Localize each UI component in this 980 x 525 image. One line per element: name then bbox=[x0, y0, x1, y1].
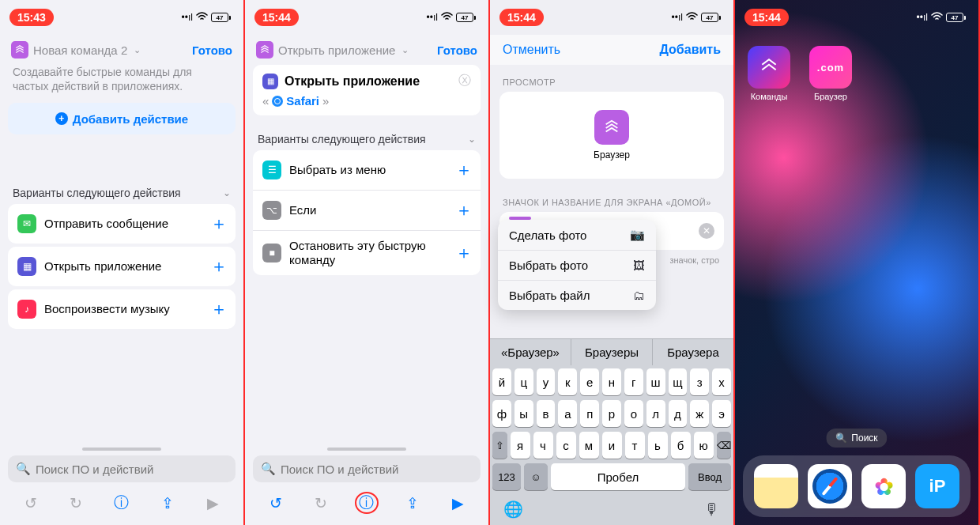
add-icon[interactable]: ＋ bbox=[210, 212, 226, 236]
key-х[interactable]: х bbox=[712, 368, 731, 395]
key-ч[interactable]: ч bbox=[533, 432, 553, 459]
key-у[interactable]: у bbox=[537, 368, 556, 395]
shortcut-title[interactable]: Открыть приложение bbox=[278, 43, 395, 57]
key-т[interactable]: т bbox=[625, 432, 645, 459]
enter-key[interactable]: Ввод bbox=[688, 463, 731, 490]
space-key[interactable]: Пробел bbox=[551, 463, 685, 490]
key-ы[interactable]: ы bbox=[514, 400, 533, 427]
key-н[interactable]: н bbox=[602, 368, 621, 395]
key-л[interactable]: л bbox=[646, 400, 665, 427]
remove-action-button[interactable]: ⓧ bbox=[458, 73, 471, 89]
key-я[interactable]: я bbox=[511, 432, 530, 459]
play-button[interactable]: ▶ bbox=[201, 494, 224, 512]
key-ь[interactable]: ь bbox=[648, 432, 668, 459]
dictation-key[interactable]: 🎙 bbox=[704, 500, 720, 519]
sheet-grabber[interactable] bbox=[327, 448, 406, 451]
app-shortcuts[interactable]: Команды bbox=[748, 46, 790, 101]
globe-key[interactable]: 🌐 bbox=[503, 500, 523, 519]
add-icon[interactable]: ＋ bbox=[210, 297, 226, 321]
chevron-down-icon[interactable]: ⌄ bbox=[401, 45, 409, 55]
add-button[interactable]: Добавить bbox=[660, 43, 722, 57]
redo-button[interactable]: ↻ bbox=[309, 494, 333, 512]
key-р[interactable]: р bbox=[602, 400, 621, 427]
chevron-down-icon[interactable]: ⌄ bbox=[134, 45, 141, 55]
nav-bar: Новая команда 2 ⌄ Готово bbox=[0, 35, 243, 65]
shift-key[interactable]: ⇧ bbox=[492, 432, 507, 459]
suggestions-header[interactable]: Варианты следующего действия ⌄ bbox=[0, 179, 243, 204]
suggestion-open-app[interactable]: ▦ Открыть приложение ＋ bbox=[8, 247, 236, 286]
key-г[interactable]: г bbox=[624, 368, 643, 395]
suggestion-play-music[interactable]: ♪ Воспроизвести музыку ＋ bbox=[8, 289, 236, 329]
dock-app-notes[interactable] bbox=[754, 464, 798, 508]
suggestions-header[interactable]: Варианты следующего действия ⌄ bbox=[245, 125, 488, 150]
key-с[interactable]: с bbox=[556, 432, 576, 459]
suggestions-list: ♪ Воспроизвести музыку ＋ bbox=[8, 289, 236, 329]
key-ш[interactable]: ш bbox=[646, 368, 665, 395]
key-к[interactable]: к bbox=[558, 368, 577, 395]
suggestion-1[interactable]: «Браузер» bbox=[490, 339, 571, 365]
key-е[interactable]: е bbox=[580, 368, 599, 395]
undo-button[interactable]: ↺ bbox=[264, 494, 288, 512]
search-input[interactable] bbox=[36, 463, 228, 476]
share-button[interactable]: ⇪ bbox=[401, 494, 424, 512]
key-и[interactable]: и bbox=[602, 432, 622, 459]
add-icon[interactable]: ＋ bbox=[455, 158, 471, 182]
key-д[interactable]: д bbox=[669, 400, 688, 427]
dock-app-ip[interactable]: iP bbox=[915, 464, 959, 508]
emoji-key[interactable]: ☺ bbox=[524, 463, 548, 490]
redo-button[interactable]: ↻ bbox=[64, 494, 88, 512]
clear-text-button[interactable]: ✕ bbox=[699, 223, 714, 239]
info-button[interactable]: ⓘ bbox=[110, 493, 134, 513]
add-icon[interactable]: ＋ bbox=[455, 241, 471, 265]
done-button[interactable]: Готово bbox=[437, 43, 477, 57]
shortcut-title[interactable]: Новая команда 2 bbox=[33, 43, 127, 57]
action-card-open-app[interactable]: ▦ Открыть приложение ⓧ « Safari » bbox=[253, 65, 481, 115]
sheet-grabber[interactable] bbox=[82, 448, 161, 451]
key-а[interactable]: а bbox=[558, 400, 577, 427]
key-щ[interactable]: щ bbox=[669, 368, 688, 395]
add-action-button[interactable]: + Добавить действие bbox=[8, 103, 236, 134]
dock-app-photos[interactable] bbox=[861, 464, 906, 508]
key-б[interactable]: б bbox=[671, 432, 691, 459]
add-icon[interactable]: ＋ bbox=[210, 255, 226, 278]
key-э[interactable]: э bbox=[712, 400, 731, 427]
add-icon[interactable]: ＋ bbox=[455, 198, 471, 222]
key-з[interactable]: з bbox=[690, 368, 709, 395]
suggestion-2[interactable]: Браузеры bbox=[571, 339, 653, 365]
done-button[interactable]: Готово bbox=[192, 43, 232, 57]
app-browser-shortcut[interactable]: .com Браузер bbox=[809, 46, 852, 101]
info-button[interactable]: ⓘ bbox=[355, 492, 379, 514]
search-field[interactable]: 🔍 bbox=[253, 455, 481, 482]
suggestions-header-label: Варианты следующего действия bbox=[13, 187, 181, 199]
suggestion-send-message[interactable]: ✉ Отправить сообщение ＋ bbox=[8, 204, 236, 244]
key-ю[interactable]: ю bbox=[694, 432, 714, 459]
suggestion-stop-shortcut[interactable]: ■ Остановить эту быструю команду ＋ bbox=[253, 231, 481, 275]
share-button[interactable]: ⇪ bbox=[156, 494, 179, 512]
search-field[interactable]: 🔍 bbox=[8, 455, 236, 482]
action-parameter[interactable]: « Safari » bbox=[262, 94, 471, 108]
key-ф[interactable]: ф bbox=[492, 400, 511, 427]
shortcut-app-icon bbox=[11, 41, 28, 59]
home-icon-section-header: ЗНАЧОК И НАЗВАНИЕ ДЛЯ ЭКРАНА «ДОМОЙ» bbox=[490, 185, 733, 212]
backspace-key[interactable]: ⌫ bbox=[717, 432, 732, 459]
key-м[interactable]: м bbox=[579, 432, 599, 459]
key-й[interactable]: й bbox=[492, 368, 511, 395]
popover-choose-photo[interactable]: Выбрать фото🖼 bbox=[498, 251, 656, 281]
play-button[interactable]: ▶ bbox=[446, 494, 469, 512]
key-ж[interactable]: ж bbox=[690, 400, 709, 427]
suggestion-3[interactable]: Браузера bbox=[653, 339, 733, 365]
key-в[interactable]: в bbox=[537, 400, 556, 427]
key-ц[interactable]: ц bbox=[514, 368, 533, 395]
key-о[interactable]: о bbox=[624, 400, 643, 427]
numeric-key[interactable]: 123 bbox=[492, 463, 521, 490]
popover-take-photo[interactable]: Сделать фото📷 bbox=[498, 220, 656, 251]
popover-choose-file[interactable]: Выбрать файл🗂 bbox=[498, 281, 656, 310]
suggestion-if[interactable]: ⌥ Если ＋ bbox=[253, 191, 481, 231]
dock-app-safari[interactable] bbox=[808, 464, 852, 508]
cancel-button[interactable]: Отменить bbox=[503, 43, 560, 57]
undo-button[interactable]: ↺ bbox=[19, 494, 43, 512]
search-input[interactable] bbox=[281, 463, 473, 476]
suggestion-choose-from-menu[interactable]: ☰ Выбрать из меню ＋ bbox=[253, 150, 481, 191]
spotlight-search[interactable]: 🔍 Поиск bbox=[826, 429, 887, 448]
key-п[interactable]: п bbox=[580, 400, 599, 427]
